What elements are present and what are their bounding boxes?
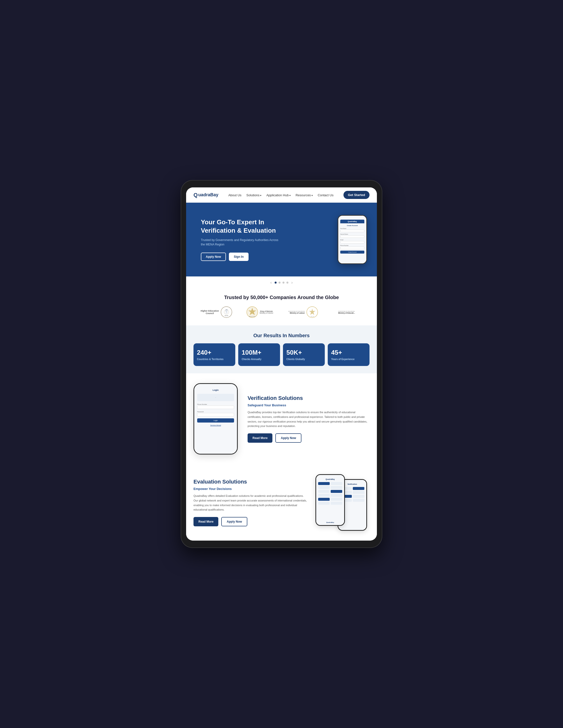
phone-field-label-3: Phone Number [340, 245, 364, 246]
nav-item-solutions[interactable]: Solutions [246, 193, 261, 197]
nav-link-solutions[interactable]: Solutions [246, 193, 261, 197]
logo-item-1: Higher EducationCouncil مجلس التعليم الع… [200, 306, 232, 318]
nav-link-hub[interactable]: Application Hub [266, 193, 290, 197]
nav-item-hub[interactable]: Application Hub [266, 193, 290, 197]
evaluation-phones: QuadraBay [315, 474, 369, 531]
hero-section: Your Go-To Expert In Verification & Eval… [186, 203, 377, 276]
hero-title: Your Go-To Expert In Verification & Eval… [201, 218, 280, 235]
verification-title: Verification Solutions [248, 395, 369, 401]
trusted-title: Trusted by 50,000+ Companies Around the … [196, 295, 367, 300]
verification-apply-button[interactable]: Apply Now [276, 433, 301, 443]
svg-text:التعليم: التعليم [226, 311, 228, 312]
nav-item-contact[interactable]: Contact Us [317, 193, 333, 197]
dot-2[interactable] [279, 282, 281, 284]
evaluation-buttons: Read More Apply Now [194, 517, 308, 526]
evaluation-body: QuadraBay offers detailed Evaluation sol… [194, 494, 308, 512]
nav-link-contact[interactable]: Contact Us [317, 193, 333, 197]
verification-body: QuadraBay provides top-tier Verification… [248, 410, 369, 428]
trusted-section: Trusted by 50,000+ Companies Around the … [186, 289, 377, 325]
verification-section: Login ··· Phone Number Password Login Se… [186, 373, 377, 464]
vphone-field-label-0: Phone Number [197, 404, 234, 405]
dot-1[interactable] [275, 282, 277, 284]
verification-content: Verification Solutions Safeguard Your Bu… [248, 395, 369, 443]
hero-phone-screen: QuadraBay Create Account First Name Seco… [338, 216, 366, 263]
evaluation-read-more-button[interactable]: Read More [194, 517, 218, 526]
evaluation-content: Evaluation Solutions Empower Your Decisi… [194, 479, 308, 526]
logo-icon: Q [194, 192, 198, 198]
logo: Q uadraBay [194, 192, 218, 198]
vphone-screen: Login ··· Phone Number Password Login Se… [194, 384, 237, 454]
evaluation-apply-button[interactable]: Apply Now [221, 517, 247, 526]
number-label-2: Clients Globally [286, 358, 321, 361]
number-card-1: 100M+ Checks Annually [238, 343, 280, 366]
svg-point-4 [224, 310, 229, 314]
vphone-field-1 [197, 413, 234, 416]
hero-subtitle: Trusted by Governments and Regulatory Au… [201, 238, 280, 247]
hero-signin-button[interactable]: Sign In [229, 253, 249, 261]
phone-field-label-2: Email [340, 239, 364, 241]
carousel-prev-arrow[interactable]: ‹ [270, 280, 273, 285]
verification-buttons: Read More Apply Now [248, 433, 369, 443]
logo-item-4: KINGDOM OF BAHRAIN Ministry of Educati..… [331, 311, 363, 314]
phone-cta-btn: Create Account [340, 251, 364, 254]
eval-phone-1: QuadraBay [315, 474, 345, 526]
carousel-dots: ‹ › [186, 276, 377, 289]
hero-phone-mockup: QuadraBay Create Account First Name Seco… [337, 215, 367, 264]
logo-seal-3: وزارة العمل [306, 306, 318, 318]
logo-seal-1: مجلس التعليم العالي BAHRAIN [221, 306, 232, 318]
nav-link-about[interactable]: About Us [229, 193, 242, 197]
get-started-button[interactable]: Get Started [343, 191, 369, 199]
number-card-3: 45+ Years of Experience [328, 343, 369, 366]
logo-text-1: Higher EducationCouncil [201, 310, 219, 315]
phone-field-label-1: Second Name [340, 233, 364, 235]
numbers-grid: 240+ Countries & Territories 100M+ Check… [194, 343, 369, 366]
verification-phone: Login ··· Phone Number Password Login Se… [194, 383, 238, 455]
hero-buttons: Apply Now Sign In [201, 253, 280, 261]
logos-row: Higher EducationCouncil مجلس التعليم الع… [196, 306, 367, 318]
number-value-1: 100M+ [242, 349, 277, 356]
numbers-title: Our Results In Numbers [194, 333, 369, 338]
vphone-title: Login [197, 389, 234, 391]
navbar: Q uadraBay About Us Solutions Applicatio… [186, 187, 377, 203]
phone-field-2 [340, 241, 364, 243]
phone-field-0 [340, 230, 364, 232]
number-card-0: 240+ Countries & Territories [194, 343, 235, 366]
phone-header: QuadraBay [340, 220, 364, 223]
nav-link-resources[interactable]: Resources [295, 193, 313, 197]
number-value-3: 45+ [331, 349, 366, 356]
number-value-0: 240+ [197, 349, 232, 356]
vphone-login-btn: Login [197, 418, 234, 423]
eval-screen-1: QuadraBay [316, 475, 344, 525]
hero-apply-button[interactable]: Apply Now [201, 253, 226, 261]
nav-links: About Us Solutions Application Hub Resou… [229, 193, 333, 197]
nav-item-about[interactable]: About Us [229, 193, 242, 197]
evaluation-subtitle: Empower Your Decisions [194, 487, 308, 491]
eval-title-1: QuadraBay [318, 478, 342, 480]
dot-3[interactable] [282, 282, 284, 284]
dot-4[interactable] [286, 282, 288, 284]
tablet-frame: Q uadraBay About Us Solutions Applicatio… [181, 180, 382, 548]
eval-logo-1: QuadraBay [326, 522, 334, 523]
logo-text: uadraBay [198, 192, 218, 197]
number-label-3: Years of Experience [331, 358, 366, 361]
tablet-screen: Q uadraBay About Us Solutions Applicatio… [186, 187, 377, 541]
numbers-section: Our Results In Numbers 240+ Countries & … [186, 325, 377, 373]
svg-text:BAHRAIN: BAHRAIN [225, 315, 228, 316]
number-label-0: Countries & Territories [197, 358, 232, 361]
verification-subtitle: Safeguard Your Business [248, 403, 369, 407]
logo-item-3: KINGDOM OF BAHRAIN Ministry of Labour وز… [287, 306, 319, 318]
svg-text:العالي: العالي [226, 312, 228, 313]
verification-read-more-button[interactable]: Read More [248, 433, 273, 443]
svg-text:وزارة العمل: وزارة العمل [310, 316, 314, 317]
logo-item-2: Ministry of Interior King of Bahrain Min… [244, 306, 276, 318]
logo-seal-2: Ministry of Interior [246, 306, 258, 318]
carousel-next-arrow[interactable]: › [290, 280, 293, 285]
number-card-2: 50K+ Clients Globally [283, 343, 325, 366]
nav-item-resources[interactable]: Resources [295, 193, 313, 197]
number-value-2: 50K+ [286, 349, 321, 356]
phone-field-1 [340, 235, 364, 238]
hero-content: Your Go-To Expert In Verification & Eval… [201, 218, 280, 261]
phone-field-label-0: First Name [340, 228, 364, 229]
evaluation-title: Evaluation Solutions [194, 479, 308, 485]
svg-text:Ministry of Interior: Ministry of Interior [249, 316, 256, 317]
